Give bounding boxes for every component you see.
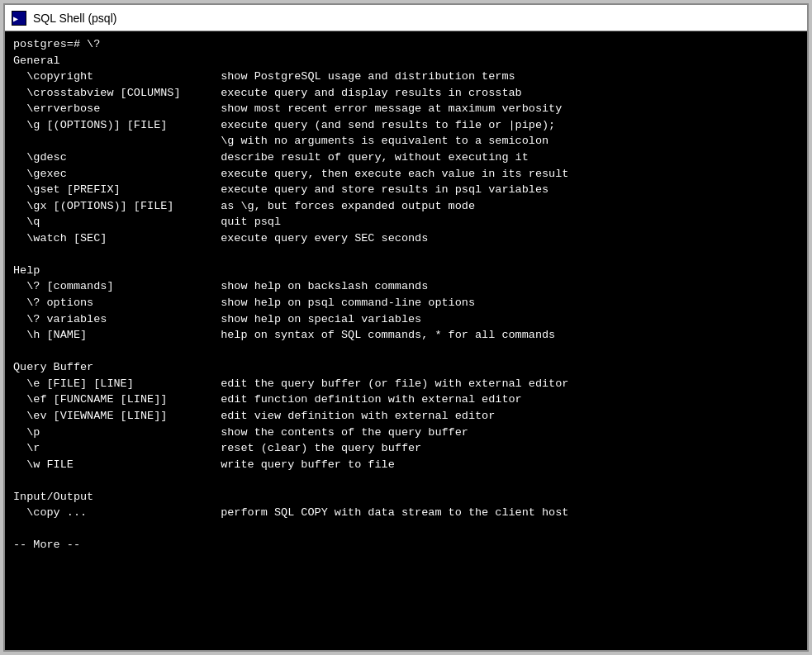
command-line: \gset [PREFIX] execute query and store r… <box>13 183 548 196</box>
window-title: SQL Shell (psql) <box>33 12 116 25</box>
command-line: \gx [(OPTIONS)] [FILE] as \g, but forces… <box>13 200 475 212</box>
terminal-icon: ▶ <box>12 11 26 26</box>
command-line: \g [(OPTIONS)] [FILE] execute query (and… <box>13 119 555 131</box>
title-bar: ▶ SQL Shell (psql) <box>5 5 807 31</box>
prompt-line: postgres=# \? <box>13 38 100 50</box>
command-line: \q quit psql <box>13 216 281 228</box>
command-line: \gdesc describe result of query, without… <box>13 151 529 164</box>
command-line: \copy ... perform SQL COPY with data str… <box>13 506 568 519</box>
command-line: \? options show help on psql command-lin… <box>13 297 475 309</box>
command-line: \gexec execute query, then execute each … <box>13 168 568 180</box>
section-header: Query Buffer <box>13 361 93 373</box>
command-line: \h [NAME] help on syntax of SQL commands… <box>13 329 555 341</box>
command-line: \g with no arguments is equivalent to a … <box>13 135 548 147</box>
section-header: General <box>13 55 60 67</box>
command-line: \r reset (clear) the query buffer <box>13 442 421 454</box>
command-line: \crosstabview [COLUMNS] execute query an… <box>13 87 522 99</box>
command-line: \ef [FUNCNAME [LINE]] edit function defi… <box>13 393 522 406</box>
main-window: ▶ SQL Shell (psql) postgres=# \? General… <box>3 3 809 652</box>
command-line: \copyright show PostgreSQL usage and dis… <box>13 70 515 83</box>
svg-text:▶: ▶ <box>13 14 18 23</box>
command-line: \ev [VIEWNAME [LINE]] edit view definiti… <box>13 410 495 422</box>
command-line: \w FILE write query buffer to file <box>13 458 395 471</box>
more-indicator: -- More -- <box>13 539 80 551</box>
terminal-body[interactable]: postgres=# \? General \copyright show Po… <box>5 31 807 650</box>
command-line: \errverbose show most recent error messa… <box>13 102 562 115</box>
command-line: \p show the contents of the query buffer <box>13 426 468 439</box>
command-line: \? variables show help on special variab… <box>13 313 421 325</box>
command-line: \? [commands] show help on backslash com… <box>13 280 428 292</box>
command-line: \watch [SEC] execute query every SEC sec… <box>13 232 428 244</box>
section-header: Help <box>13 264 40 277</box>
command-line: \e [FILE] [LINE] edit the query buffer (… <box>13 377 568 390</box>
section-header: Input/Output <box>13 491 93 503</box>
